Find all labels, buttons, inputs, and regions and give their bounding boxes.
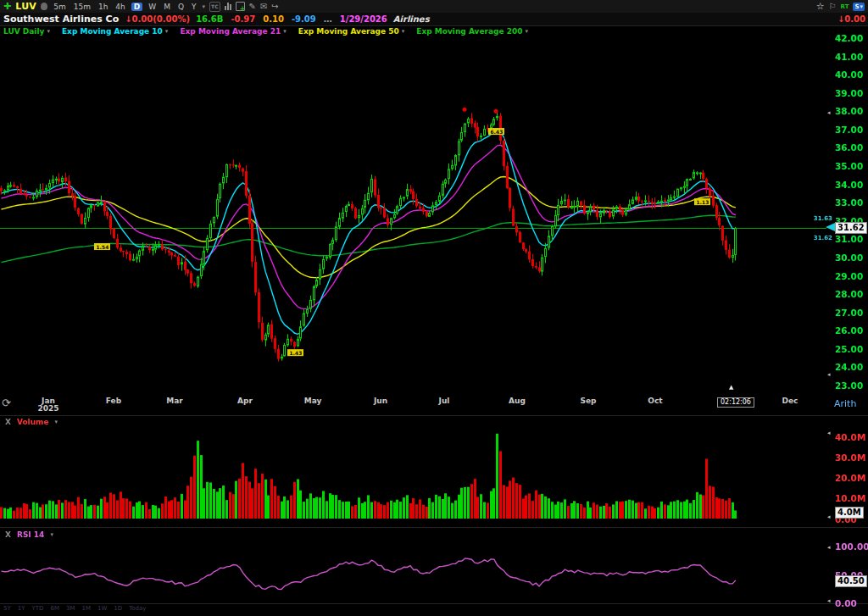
volume-dropdown-icon[interactable]: ▾ xyxy=(55,419,58,425)
symbol-stat-2: 0.10 xyxy=(263,14,284,24)
add-note-icon[interactable] xyxy=(236,2,245,11)
indicator-dropdown-icon: ▾ xyxy=(525,28,528,35)
rsi-dropdown-icon[interactable]: ▾ xyxy=(50,531,53,538)
range-3m[interactable]: 3M xyxy=(66,605,75,612)
timeframe-W[interactable]: W xyxy=(147,3,158,11)
symbol-stat-3: -9.09 xyxy=(292,14,316,24)
range-6m[interactable]: 6M xyxy=(50,605,59,612)
xaxis-month-label: Jun xyxy=(374,397,387,405)
volume-high-marker-icon: ◂ xyxy=(827,430,831,436)
timeframe-15m[interactable]: 15m xyxy=(72,3,92,11)
main-chart-canvas[interactable] xyxy=(0,37,826,394)
timeframe-1h[interactable]: 1h xyxy=(97,3,109,11)
pencil-draw-icon[interactable]: ✎ xyxy=(249,3,256,11)
symbol-stat-1: -0.97 xyxy=(231,14,255,24)
realtime-badge: RT xyxy=(841,3,849,10)
trading-app-window: ✚ LUV 5m15m1h4hDWMQY ▾ TC ✎ ✉ ↪ ☆ ⚐ RT S… xyxy=(0,0,868,616)
right-price-change: ↓0.00 xyxy=(837,14,868,24)
price-tick-label: 36.00 xyxy=(835,142,867,153)
timeframe-D[interactable]: D xyxy=(131,3,142,11)
range-1d[interactable]: 1D xyxy=(114,605,122,612)
bar-countdown-timer: 02:12:06 xyxy=(717,397,754,408)
indicator-chip-0[interactable]: LUV Daily▾ xyxy=(3,27,50,36)
price-tick-label: 31.00 xyxy=(835,234,867,244)
rsi-high-marker-icon: ◂ xyxy=(827,544,831,551)
volume-tick-label: 10.0M xyxy=(835,493,867,503)
indicator-dropdown-icon: ▾ xyxy=(283,28,287,35)
refresh-icon[interactable]: ⟳ xyxy=(2,397,11,409)
scale-type-label[interactable]: Arith xyxy=(834,398,856,409)
price-tick-label: 40.00 xyxy=(835,69,867,80)
stream-menu-button[interactable]: S ▾ xyxy=(853,3,865,11)
symbol-stat-4: … xyxy=(324,14,332,24)
price-tick-label: 38.00 xyxy=(835,106,867,116)
flag-icon[interactable]: ⚐ xyxy=(829,2,837,11)
current-bar-marker-icon: ▲ xyxy=(729,384,733,391)
price-tick-label: 37.00 xyxy=(835,125,867,135)
ticker-symbol[interactable]: LUV xyxy=(15,1,36,12)
timeframe-5m[interactable]: 5m xyxy=(52,3,68,11)
volume-tick-label: 40.0M xyxy=(835,432,867,442)
company-name: Southwest Airlines Co xyxy=(3,14,119,25)
send-message-icon[interactable]: ✉ xyxy=(260,3,267,11)
stream-menu-label: S xyxy=(854,3,859,10)
indicator-dropdown-icon: ▾ xyxy=(402,28,405,35)
rsi-zero-label: 0.00 xyxy=(835,598,867,608)
timeframe-M[interactable]: M xyxy=(162,3,172,11)
price-tick-label: 23.00 xyxy=(835,380,867,391)
indicator-chip-2[interactable]: Exp Moving Average 21▾ xyxy=(180,27,286,36)
xaxis-month-label: Jul xyxy=(439,397,450,405)
price-tick-label: 29.00 xyxy=(835,271,867,281)
range-5y[interactable]: 5Y xyxy=(3,605,11,612)
volume-current-badge: 4.0M xyxy=(835,507,864,519)
change-down-arrow-icon: ↓ xyxy=(125,14,131,24)
price-change: ↓0.00(0.00%) xyxy=(125,14,190,24)
tc-icon[interactable]: TC xyxy=(209,2,220,12)
rsi-chart-canvas[interactable] xyxy=(0,529,826,603)
indicator-chip-1[interactable]: Exp Moving Average 10▾ xyxy=(62,27,168,36)
volume-low-marker-icon: ◂ xyxy=(827,513,831,520)
symbol-info-bar: Southwest Airlines Co ↓0.00(0.00%) 16.6B… xyxy=(0,13,868,25)
stream-menu-dropdown-icon: ▾ xyxy=(860,3,863,10)
range-shortcut-row: 5Y1YYTD6M3M1M1W1DToday xyxy=(3,605,146,612)
timeframe-4h[interactable]: 4h xyxy=(114,3,126,11)
price-low-marker-icon: ◂ xyxy=(827,371,831,378)
symbol-stats: 16.6B-0.970.10-9.09…1/29/2026 xyxy=(196,14,387,24)
xaxis-month-label: Dec xyxy=(782,397,798,405)
timeframe-Y[interactable]: Y xyxy=(190,3,198,11)
indicator-dropdown-icon: ▾ xyxy=(165,28,169,35)
indicator-chip-3[interactable]: Exp Moving Average 50▾ xyxy=(298,27,404,36)
company-logo-icon xyxy=(41,3,47,10)
share-icon[interactable]: ↪ xyxy=(271,3,278,11)
xaxis-year-label: 2025 xyxy=(37,404,58,413)
volume-panel-title[interactable]: Volume xyxy=(17,418,49,426)
rsi-close-button[interactable]: X xyxy=(5,530,11,539)
range-1m[interactable]: 1M xyxy=(81,605,91,612)
range-1w[interactable]: 1W xyxy=(97,605,107,612)
range-1y[interactable]: 1Y xyxy=(18,605,25,612)
xaxis-month-label: Oct xyxy=(648,397,662,405)
favorite-star-icon[interactable]: ☆ xyxy=(816,1,825,12)
price-tick-label: 25.00 xyxy=(835,344,867,354)
indicator-dropdown-icon: ▾ xyxy=(47,28,50,35)
rsi-tick-label: 100.00 xyxy=(835,541,867,552)
range-today[interactable]: Today xyxy=(129,605,146,612)
range-ytd[interactable]: YTD xyxy=(31,605,43,612)
volume-chart-canvas[interactable] xyxy=(0,417,826,527)
indicator-label: Exp Moving Average 200 xyxy=(416,27,522,36)
rsi-current-badge: 40.50 xyxy=(835,575,867,587)
timeframe-dropdown-icon[interactable]: ▾ xyxy=(203,3,206,10)
rsi-low-marker-icon: ◂ xyxy=(827,597,831,604)
timeframe-group: 5m15m1h4hDWMQY xyxy=(52,3,198,11)
volume-panel-header: X Volume ▾ xyxy=(5,418,58,426)
add-symbol-icon[interactable]: ✚ xyxy=(3,2,11,11)
chart-style-bars-icon[interactable] xyxy=(225,3,231,10)
indicator-legend-row: LUV Daily▾Exp Moving Average 10▾Exp Movi… xyxy=(3,26,528,36)
last-price-pointer-icon xyxy=(826,223,835,231)
volume-close-button[interactable]: X xyxy=(5,418,11,426)
timeframe-Q[interactable]: Q xyxy=(176,3,186,11)
indicator-chip-4[interactable]: Exp Moving Average 200▾ xyxy=(416,27,528,36)
indicator-label: Exp Moving Average 50 xyxy=(298,27,399,36)
price-tick-label: 39.00 xyxy=(835,88,867,98)
rsi-panel-title[interactable]: RSI 14 xyxy=(17,530,44,539)
